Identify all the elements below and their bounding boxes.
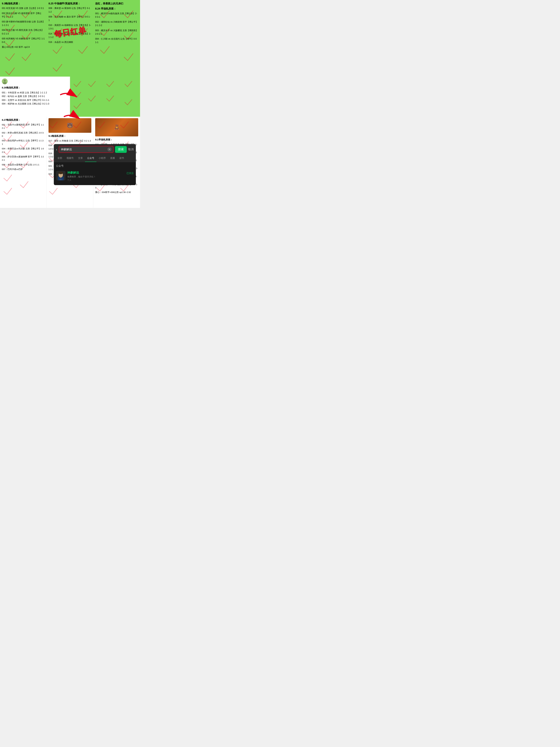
middle-item-2: 002：哈马比 vs 盖斯 主胜【博让胜】2-0 3-1: [2, 95, 68, 98]
top-col1-title: 9.3晚场私房菜：: [2, 1, 45, 5]
wechat-search-bar: ‹ 神豪解说 × 搜索 取消: [54, 144, 136, 155]
top-col1-item-5: 005 布罗姆利 VS 剑桥联 双平【博让平】1-1 0-0: [2, 37, 45, 44]
svg-point-1: [4, 79, 6, 82]
top-col2-item-5: 016：水晶宫 vs 西汉姆联: [49, 41, 92, 44]
middle-section: 8.26晚场私房菜： 001：卡利亚里 vs 科莫 让负【博主负】1-1 1 2…: [0, 77, 140, 117]
top-col1-item-1: 001 布茨克浦 VS 克鲁 让胜【让胜】2-0 3:1: [2, 6, 45, 10]
top-col-3: 连红，恭喜跟上的兄弟们 8.24 早场私房菜： 001：横滨FCvs德岛漩涡 主…: [93, 0, 140, 77]
bottom-col-1: 8.27晚场私房菜： 001：马洛卡vs塞维利亚 双平【博让平】1-1 2-1 …: [0, 117, 47, 208]
wechat-back-button[interactable]: ‹: [56, 147, 57, 152]
tab-mini-program[interactable]: 小程序: [97, 155, 108, 162]
top-col3-item-3: 003：横滨水手 vs 大阪樱花 主胜【博胜胜】2-0 2-1: [95, 29, 138, 36]
top-col1-item-6: 重心:03让胜 +02 双平- sp2.9: [2, 45, 45, 49]
bottom-col1-item-7: 007：巴列卡诺vs巴萨: [2, 168, 45, 171]
middle-item-4: 004：维罗纳 vs 尤文图斯 主负【博让负】0-2 1-3: [2, 102, 68, 106]
account-type: 个人: [67, 179, 125, 181]
bottom-col3-title: 9.1早场私房菜：: [95, 138, 138, 142]
follow-button[interactable]: 已关注: [127, 172, 134, 175]
top-col2-item-3: 010：美因茨 vs 柏林联合 让负【博主负】1-1 0-1: [49, 24, 92, 30]
middle-section-title: 8.26晚场私房菜：: [2, 86, 68, 90]
top-col3-subtitle: 8.24 早场私房菜：: [95, 6, 138, 10]
tab-article[interactable]: 文章: [76, 155, 85, 162]
wechat-search-value: 神豪解说: [61, 148, 106, 151]
bottom-col1-title: 8.27晚场私房菜：: [2, 118, 45, 122]
svg-text:RAMOS: RAMOS: [59, 179, 62, 180]
bottom-col2-item-1: 017：曼联 vs 利物浦 主负【博让负】0-2 1-3: [49, 139, 91, 143]
account-desc: 免费推荐，输出干货天天红！: [67, 175, 125, 178]
wechat-search-button[interactable]: 搜索: [115, 146, 127, 153]
tab-reading[interactable]: 读书: [117, 155, 126, 162]
bear-image-right: 🧸: [95, 118, 138, 136]
top-col1-item-2: 002 英吉尔汉姆 VS 彼得堡联 双平【博让平】0-1 1-2: [2, 12, 45, 19]
account-item[interactable]: RAMOS 神豪解说 免费推荐，输出干货天天红！ 个人 已关注: [56, 170, 134, 183]
bottom-col1-item-2: 002：米堡vs斯托克城 主胜【博让胜】2-0 3-0: [2, 131, 45, 138]
svg-point-6: [58, 172, 63, 174]
top-col1-item-3: 003 唐卡斯特VS哈德斯菲尔德 让胜【让胜】1-1 2-1: [2, 20, 45, 27]
tab-live[interactable]: 直播: [108, 155, 117, 162]
results-section-title: 公众号: [56, 164, 134, 168]
bottom-col1-item-1: 001：马洛卡vs塞维利亚 双平【博让平】1-1 2-1: [2, 123, 45, 130]
bottom-col1-item-5: 005：萨尔茨堡vs基迪纳摩 双平【博平】2-2 2-1: [2, 155, 45, 162]
wechat-cancel-button[interactable]: 取消: [128, 148, 134, 151]
bear-image-top: 🐻: [49, 118, 91, 133]
bottom-col1-item-3: 003：加拉塔萨vs年轻人 让负【博平】1-1 2-1: [2, 139, 45, 146]
tab-all[interactable]: 全部: [55, 155, 65, 162]
wechat-results: 公众号: [54, 162, 136, 185]
account-name: 神豪解说: [67, 171, 125, 175]
tab-official-account[interactable]: 公众号: [85, 155, 97, 162]
top-col3-congrats: 连红，恭喜跟上的兄弟们: [95, 1, 138, 5]
svg-rect-7: [60, 177, 61, 178]
tab-video[interactable]: 视频号: [65, 155, 76, 162]
top-col2-item-1: 008：弗米堡 vs 斯加特 让负【博让平】0-1 1-2: [49, 6, 92, 14]
top-col2-title: 8.25 中场德甲/英超私房菜：: [49, 1, 92, 5]
main-container: 9.3晚场私房菜： 001 布茨克浦 VS 克鲁 让胜【让胜】2-0 3:1 0…: [0, 0, 140, 208]
wechat-tabs: 全部 视频号 文章 公众号 小程序 直播 读书: [54, 155, 136, 162]
account-info: 神豪解说 免费推荐，输出干货天天红！ 个人: [67, 171, 125, 181]
top-col2-item-2: 009：里芬海姆 vs 基尔 双平【博平】0-0 1-1: [49, 15, 92, 22]
top-col3-item-4: 004：仁川联 vs 全北现代 让负【博平】0-0 1-1: [95, 37, 138, 44]
middle-item-1: 001：卡利亚里 vs 科莫 让负【博主负】1-1 1 2: [2, 91, 68, 95]
top-col-2: 8.25 中场德甲/英超私房菜： 008：弗米堡 vs 斯加特 让负【博让平】0…: [47, 0, 93, 77]
bottom-col3-item-7: 重心：004双平+006让胜 sp2.36~2.92: [95, 190, 138, 194]
bottom-col1-item-4: 004：布斯巴达vs马尔默 主胜【博让平】1-0 2-1: [2, 147, 45, 154]
top-green-section: 9.3晚场私房菜： 001 布茨克浦 VS 克鲁 让胜【让胜】2-0 3:1 0…: [0, 0, 140, 77]
top-col3-item-2: 002：浦和红钻 vs 川崎前锋 双平【博让平】2-1 2-2: [95, 20, 138, 27]
top-col-1: 9.3晚场私房菜： 001 布茨克浦 VS 克鲁 让胜【让胜】2-0 3:1 0…: [0, 0, 47, 77]
middle-right-placeholder: [70, 77, 140, 117]
wechat-clear-button[interactable]: ×: [107, 147, 111, 151]
top-col2-item-4: 014：南安普敦 vs 诺丁汉 让负【博主负】1-1 1-2: [49, 32, 92, 39]
bottom-col2-title: 9.1晚场私房菜：: [49, 134, 91, 138]
top-col1-item-4: 004 阿克兰顿 VS 斯托克港 主负【博让负】0-2 1-3: [2, 28, 45, 35]
top-col3-item-1: 001：横滨FCvs德岛漩涡 主胜【博让胜】2-0 3-1: [95, 12, 138, 19]
wechat-panel[interactable]: ‹ 神豪解说 × 搜索 取消 全部 视频号 文章 公众号 小程序 直播 读书: [54, 144, 136, 185]
middle-item-3: 003：北雪平 vs 米亚尔比 双平【博让平】0-1 1-1: [2, 98, 68, 102]
account-avatar: RAMOS: [56, 171, 66, 180]
middle-left-content: 8.26晚场私房菜： 001：卡利亚里 vs 科莫 让负【博主负】1-1 1 2…: [0, 77, 70, 117]
bottom-col1-item-6: 006：水晶宫vs诺维奇 让平让负 1-0 1-1: [2, 163, 45, 166]
